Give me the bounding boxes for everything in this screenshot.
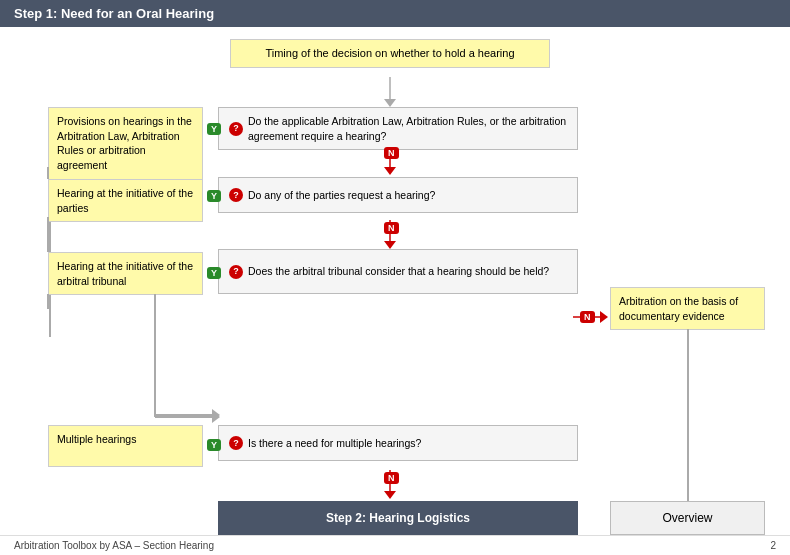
page-container: Step 1: Need for an Oral Hearing [0,0,790,555]
q3-icon: ? [229,265,243,279]
y-label-1: Y [207,123,221,135]
top-timing-box: Timing of the decision on whether to hol… [230,39,550,68]
question-box-1: ? Do the applicable Arbitration Law, Arb… [218,107,578,150]
svg-marker-12 [384,491,396,499]
svg-marker-1 [384,99,396,107]
footer: Arbitration Toolbox by ASA – Section Hea… [0,535,790,555]
yellow-box-4: Multiple hearings [48,425,203,467]
question-box-4: ? Is there a need for multiple hearings? [218,425,578,461]
q2-icon: ? [229,188,243,202]
y-label-2: Y [207,190,221,202]
svg-marker-5 [384,241,396,249]
yellow-box-3: Hearing at the initiative of the arbitra… [48,252,203,295]
q2-text: Do any of the parties request a hearing? [248,188,435,203]
q1-icon: ? [229,122,243,136]
n-label-2: N [384,222,399,234]
svg-marker-3 [384,167,396,175]
question-box-3: ? Does the arbitral tribunal consider th… [218,249,578,294]
question-box-2: ? Do any of the parties request a hearin… [218,177,578,213]
n-label-4: N [384,472,399,484]
y-label-3: Y [207,267,221,279]
q1-text: Do the applicable Arbitration Law, Arbit… [248,114,567,143]
footer-left: Arbitration Toolbox by ASA – Section Hea… [14,540,214,551]
yellow-box-1: Provisions on hearings in the Arbitratio… [48,107,203,180]
svg-marker-10 [212,411,220,423]
svg-marker-19 [212,409,220,421]
yellow-box-2: Hearing at the initiative of the parties [48,179,203,222]
step2-box: Step 2: Hearing Logistics [218,501,578,535]
n-label-1: N [384,147,399,159]
main-content: Timing of the decision on whether to hol… [0,27,790,535]
q4-icon: ? [229,436,243,450]
svg-marker-7 [600,311,608,323]
y-label-4: Y [207,439,221,451]
footer-right: 2 [770,540,776,551]
step-header: Step 1: Need for an Oral Hearing [0,0,790,27]
header-title: Step 1: Need for an Oral Hearing [14,6,214,21]
overview-box: Overview [610,501,765,535]
yellow-box-5: Arbitration on the basis of documentary … [610,287,765,330]
q4-text: Is there a need for multiple hearings? [248,436,421,451]
n-label-3: N [580,311,595,323]
q3-text: Does the arbitral tribunal consider that… [248,264,549,279]
